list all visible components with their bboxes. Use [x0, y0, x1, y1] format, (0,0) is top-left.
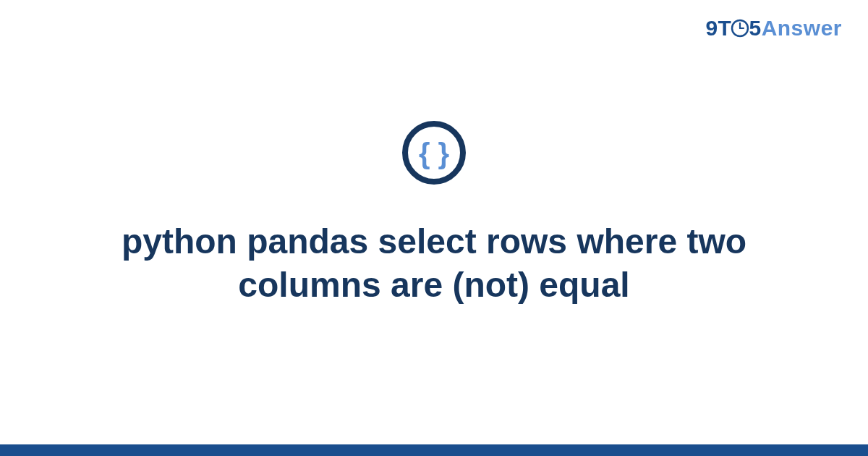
- main-content: { } python pandas select rows where two …: [0, 0, 868, 456]
- svg-text:{ }: { }: [419, 138, 449, 169]
- page-title: python pandas select rows where two colu…: [72, 220, 796, 307]
- brand-answer: Answer: [762, 16, 842, 40]
- brand-nine: 9: [705, 16, 718, 40]
- code-braces-icon: { }: [401, 120, 467, 185]
- brand-t: T: [718, 16, 732, 40]
- site-brand: 9T5Answer: [705, 16, 842, 43]
- brand-five: 5: [749, 16, 761, 40]
- clock-icon: [731, 18, 749, 43]
- footer-bar: [0, 444, 868, 456]
